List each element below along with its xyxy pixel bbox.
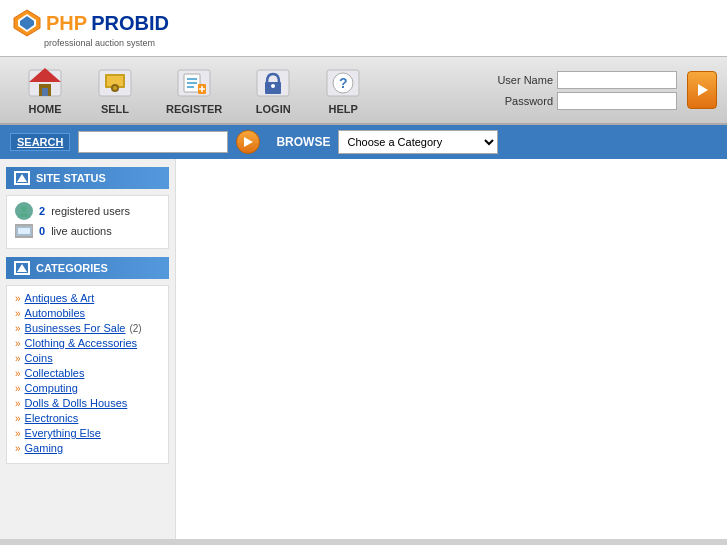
cat-arrow-icon: »	[15, 293, 21, 304]
cat-arrow-icon: »	[15, 428, 21, 439]
search-link[interactable]: SEARCH	[10, 133, 70, 151]
category-item: » Computing	[15, 382, 160, 394]
registered-users-item: 2 registered users	[15, 202, 160, 220]
category-item: » Coins	[15, 352, 160, 364]
category-link[interactable]: Coins	[25, 352, 53, 364]
categories-header: CATEGORIES	[6, 257, 169, 279]
nav-help[interactable]: ? HELP	[308, 61, 378, 119]
sidebar: SITE STATUS 2 registered users 0 live au…	[0, 159, 175, 539]
login-wrapper: User Name Password	[483, 71, 717, 110]
nav-register-label: REGISTER	[166, 103, 222, 115]
category-item: » Electronics	[15, 412, 160, 424]
nav-login-label: LOGIN	[256, 103, 291, 115]
username-label: User Name	[483, 74, 553, 86]
search-go-button[interactable]	[236, 130, 260, 154]
svg-point-22	[271, 84, 275, 88]
nav-home-label: HOME	[29, 103, 62, 115]
cat-arrow-icon: »	[15, 368, 21, 379]
registered-users-count: 2	[39, 205, 45, 217]
login-nav-icon	[254, 65, 292, 101]
category-link[interactable]: Electronics	[25, 412, 79, 424]
password-row: Password	[483, 92, 677, 110]
auction-icon	[15, 224, 33, 238]
live-auctions-item: 0 live auctions	[15, 224, 160, 238]
category-link[interactable]: Clothing & Accessories	[25, 337, 138, 349]
category-link[interactable]: Collectables	[25, 367, 85, 379]
cat-arrow-icon: »	[15, 308, 21, 319]
cat-arrow-icon: »	[15, 338, 21, 349]
svg-marker-27	[244, 137, 253, 147]
sell-nav-icon	[96, 65, 134, 101]
category-item: » Everything Else	[15, 427, 160, 439]
category-item: » Collectables	[15, 367, 160, 379]
cat-arrow-icon: »	[15, 398, 21, 409]
category-link[interactable]: Everything Else	[25, 427, 101, 439]
category-link[interactable]: Antiques & Art	[25, 292, 95, 304]
site-status-header: SITE STATUS	[6, 167, 169, 189]
nav-sell-label: SELL	[101, 103, 129, 115]
category-link[interactable]: Gaming	[25, 442, 64, 454]
search-input[interactable]	[78, 131, 228, 153]
category-item: » Dolls & Dolls Houses	[15, 397, 160, 409]
logo-area: PHPPROBID professional auction system	[12, 8, 169, 48]
cat-arrow-icon: »	[15, 383, 21, 394]
category-link[interactable]: Dolls & Dolls Houses	[25, 397, 128, 409]
site-status-block: 2 registered users 0 live auctions	[6, 195, 169, 249]
registered-users-label: registered users	[51, 205, 130, 217]
category-item: » Gaming	[15, 442, 160, 454]
site-status-label: SITE STATUS	[36, 172, 106, 184]
logo-php: PHP	[46, 12, 87, 35]
category-item: » Antiques & Art	[15, 292, 160, 304]
categories-label: CATEGORIES	[36, 262, 108, 274]
live-auctions-count: 0	[39, 225, 45, 237]
category-link[interactable]: Businesses For Sale	[25, 322, 126, 334]
categories-icon	[14, 261, 30, 275]
nav-help-label: HELP	[329, 103, 358, 115]
live-auctions-label: live auctions	[51, 225, 112, 237]
category-dropdown[interactable]: Choose a CategoryAntiques & ArtAutomobil…	[338, 130, 498, 154]
svg-rect-32	[18, 228, 30, 234]
category-link[interactable]: Automobiles	[25, 307, 86, 319]
nav-sell[interactable]: SELL	[80, 61, 150, 119]
site-status-icon	[14, 171, 30, 185]
nav-home[interactable]: HOME	[10, 61, 80, 119]
main-content: SITE STATUS 2 registered users 0 live au…	[0, 159, 727, 539]
navbar: HOME SELL REGISTER LOGIN ? HELP User Nam…	[0, 56, 727, 125]
nav-register[interactable]: REGISTER	[150, 61, 238, 119]
logo-probid: PROBID	[91, 12, 169, 35]
username-row: User Name	[483, 71, 677, 89]
register-nav-icon	[175, 65, 213, 101]
svg-rect-6	[42, 88, 48, 96]
cat-arrow-icon: »	[15, 443, 21, 454]
username-input[interactable]	[557, 71, 677, 89]
categories-list: » Antiques & Art » Automobiles » Busines…	[6, 285, 169, 464]
login-fields: User Name Password	[483, 71, 677, 110]
logo-tagline: professional auction system	[44, 38, 155, 48]
nav-login[interactable]: LOGIN	[238, 61, 308, 119]
content-area	[175, 159, 727, 539]
svg-point-30	[21, 206, 27, 212]
user-icon	[15, 202, 33, 220]
cat-arrow-icon: »	[15, 413, 21, 424]
cat-count: (2)	[129, 323, 141, 334]
logo: PHPPROBID	[12, 8, 169, 38]
password-label: Password	[483, 95, 553, 107]
category-item: » Clothing & Accessories	[15, 337, 160, 349]
header: PHPPROBID professional auction system	[0, 0, 727, 56]
searchbar: SEARCH BROWSE Choose a CategoryAntiques …	[0, 125, 727, 159]
category-item: » Automobiles	[15, 307, 160, 319]
svg-marker-26	[698, 84, 708, 96]
logo-icon	[12, 8, 42, 38]
home-nav-icon	[26, 65, 64, 101]
svg-text:?: ?	[339, 75, 348, 91]
login-submit-button[interactable]	[687, 71, 717, 109]
password-input[interactable]	[557, 92, 677, 110]
svg-point-11	[113, 86, 117, 90]
cat-arrow-icon: »	[15, 323, 21, 334]
browse-label: BROWSE	[276, 135, 330, 149]
help-nav-icon: ?	[324, 65, 362, 101]
category-item: » Businesses For Sale (2)	[15, 322, 160, 334]
category-link[interactable]: Computing	[25, 382, 78, 394]
cat-arrow-icon: »	[15, 353, 21, 364]
